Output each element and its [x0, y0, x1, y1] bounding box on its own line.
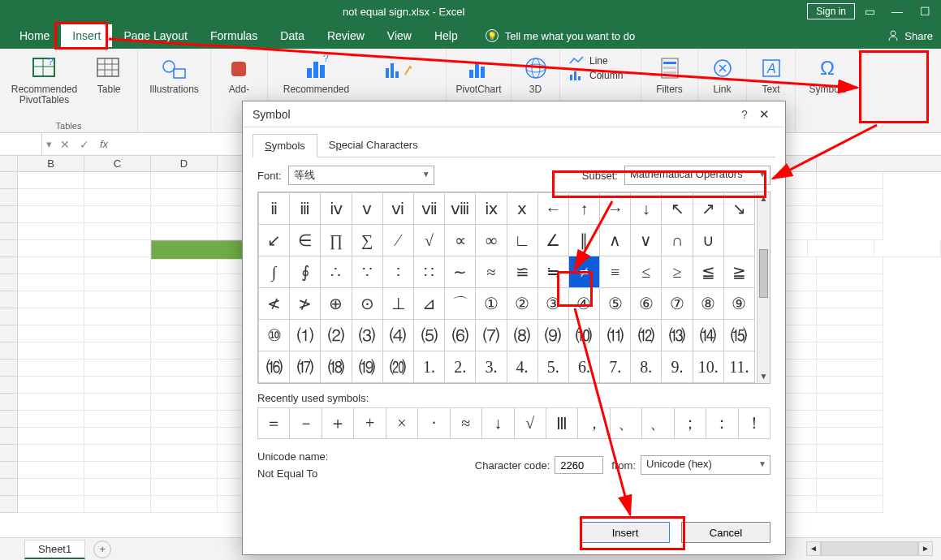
name-box[interactable] — [0, 133, 42, 155]
symbol-cell[interactable]: ≒ — [537, 256, 568, 288]
cell[interactable] — [817, 428, 883, 445]
symbol-cell[interactable]: ∈ — [290, 225, 321, 256]
symbol-cell[interactable]: 11. — [723, 351, 754, 383]
symbol-cell[interactable]: ∩ — [662, 225, 693, 256]
row-header[interactable] — [0, 377, 18, 394]
dialog-tab-special[interactable]: Special Characters — [317, 134, 429, 157]
row-header[interactable] — [0, 411, 18, 428]
maximize-icon[interactable]: ☐ — [918, 5, 931, 18]
symbol-cell[interactable]: ⒀ — [662, 320, 693, 351]
symbol-grid-scrollbar[interactable]: ▲ ▼ — [757, 192, 770, 383]
symbol-cell[interactable]: ⑹ — [445, 320, 476, 351]
tab-home[interactable]: Home — [8, 24, 61, 47]
recent-symbol-cell[interactable]: · — [418, 408, 450, 439]
symbol-cell[interactable]: ≥ — [662, 256, 693, 288]
cell[interactable] — [817, 342, 883, 360]
symbol-cell[interactable]: ⊕ — [321, 288, 352, 320]
symbol-cell[interactable]: ∫ — [259, 256, 290, 288]
symbol-cell[interactable]: ← — [537, 193, 568, 225]
minimize-icon[interactable]: — — [891, 5, 904, 18]
cell[interactable] — [84, 462, 151, 479]
symbol-cell[interactable]: ∴ — [321, 256, 352, 288]
symbol-cell[interactable]: ⑩ — [259, 320, 290, 351]
filters-button[interactable]: Filters — [650, 52, 690, 98]
row-header[interactable] — [0, 325, 18, 342]
cell[interactable] — [817, 462, 883, 479]
symbol-cell[interactable]: ⑵ — [321, 320, 352, 351]
row-header[interactable] — [0, 172, 18, 189]
signin-button[interactable]: Sign in — [807, 3, 855, 19]
symbol-cell[interactable]: ∑ — [352, 225, 382, 256]
row-header[interactable] — [0, 240, 18, 257]
cell[interactable] — [84, 342, 151, 360]
ribbon-options-icon[interactable]: ▭ — [863, 5, 876, 18]
symbol-cell[interactable]: ∷ — [413, 256, 444, 288]
symbol-cell[interactable]: 7. — [600, 351, 631, 383]
symbol-cell[interactable]: ⒁ — [693, 320, 723, 351]
cell[interactable] — [18, 479, 84, 496]
symbol-cell[interactable]: ⅳ — [321, 193, 352, 225]
cell[interactable] — [18, 445, 84, 462]
symbol-cell[interactable]: ⒃ — [259, 351, 290, 383]
symbol-cell[interactable]: 8. — [631, 351, 662, 383]
recent-symbol-cell[interactable]: ； — [674, 408, 706, 439]
dialog-titlebar[interactable]: Symbol ? ✕ — [243, 101, 785, 127]
cell[interactable] — [84, 360, 151, 377]
cell[interactable] — [18, 257, 84, 274]
recent-symbol-cell[interactable]: ↓ — [482, 408, 514, 439]
cell[interactable] — [84, 325, 151, 342]
cell[interactable] — [817, 257, 883, 274]
symbol-cell[interactable]: ↘ — [723, 193, 754, 225]
tab-view[interactable]: View — [376, 24, 423, 47]
cell[interactable] — [151, 411, 218, 428]
column-header[interactable]: B — [18, 156, 84, 171]
symbol-cell[interactable]: ⑽ — [568, 320, 599, 351]
cell[interactable] — [151, 377, 218, 394]
tab-data[interactable]: Data — [269, 24, 316, 47]
cell[interactable] — [84, 394, 151, 411]
cell[interactable] — [151, 479, 218, 496]
cell[interactable] — [151, 360, 218, 377]
dialog-tab-symbols[interactable]: Symbols — [253, 134, 317, 157]
symbol-cell[interactable]: ⑷ — [382, 320, 413, 351]
symbol-cell[interactable]: 2. — [445, 351, 476, 383]
symbol-cell[interactable]: ≡ — [600, 256, 631, 288]
row-header[interactable] — [0, 445, 18, 462]
symbol-cell[interactable]: ⑨ — [723, 288, 754, 320]
recent-symbol-cell[interactable]: ， — [578, 408, 610, 439]
cell[interactable] — [84, 172, 151, 189]
symbol-cell[interactable]: ⒆ — [352, 351, 382, 383]
cell[interactable] — [817, 206, 883, 223]
symbol-cell[interactable]: ∨ — [631, 225, 662, 256]
symbol-cell[interactable]: ⅶ — [413, 193, 444, 225]
illustrations-button[interactable]: Illustrations — [146, 52, 202, 98]
cell[interactable] — [84, 308, 151, 325]
share-button[interactable]: Share — [887, 29, 933, 42]
subset-select[interactable]: Mathematical Operators▼ — [624, 166, 770, 185]
cell[interactable] — [817, 394, 883, 411]
cell[interactable] — [18, 240, 84, 257]
cell[interactable] — [874, 240, 941, 257]
cell[interactable] — [817, 223, 883, 240]
pivotchart-button[interactable]: PivotChart — [452, 52, 504, 98]
symbol-cell[interactable]: ∠ — [537, 225, 568, 256]
tab-help[interactable]: Help — [423, 24, 469, 47]
tell-me[interactable]: 💡 Tell me what you want to do — [486, 29, 635, 42]
close-icon[interactable]: ✕ — [753, 107, 775, 122]
symbol-cell[interactable]: ⊙ — [352, 288, 382, 320]
cell[interactable] — [817, 189, 883, 206]
symbol-cell[interactable]: 3. — [476, 351, 507, 383]
symbol-cell[interactable]: √ — [413, 225, 444, 256]
symbol-cell[interactable]: ↖ — [662, 193, 693, 225]
cell[interactable] — [18, 496, 84, 513]
cell[interactable] — [151, 445, 218, 462]
scroll-down-icon[interactable]: ▼ — [758, 370, 770, 383]
enter-entry-icon[interactable]: ✓ — [75, 138, 94, 151]
symbol-cell[interactable]: ⅹ — [507, 193, 537, 225]
scroll-thumb[interactable] — [821, 541, 918, 556]
recent-symbol-cell[interactable]: ＝ — [258, 408, 290, 439]
symbol-cell[interactable]: 1. — [413, 351, 444, 383]
tab-insert[interactable]: Insert — [61, 24, 112, 47]
symbol-cell[interactable]: ⑿ — [631, 320, 662, 351]
row-header[interactable] — [0, 206, 18, 223]
